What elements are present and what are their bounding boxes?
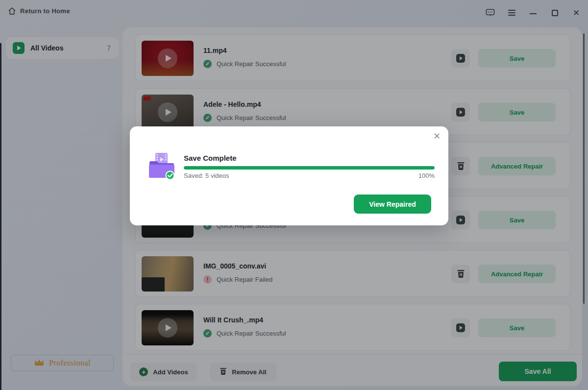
saved-count-text: Saved: 5 videos [184,172,229,179]
progress-fill [184,166,435,170]
save-complete-icon [147,152,176,182]
dialog-close-icon[interactable]: ✕ [433,132,441,141]
dialog-title: Save Complete [184,154,237,162]
view-repaired-button[interactable]: View Repaired [354,195,431,214]
progress-percent: 100% [418,172,435,179]
save-complete-dialog: ✕ Save Complete Saved: 5 videos 100% Vie… [130,126,448,225]
progress-bar [184,166,435,170]
